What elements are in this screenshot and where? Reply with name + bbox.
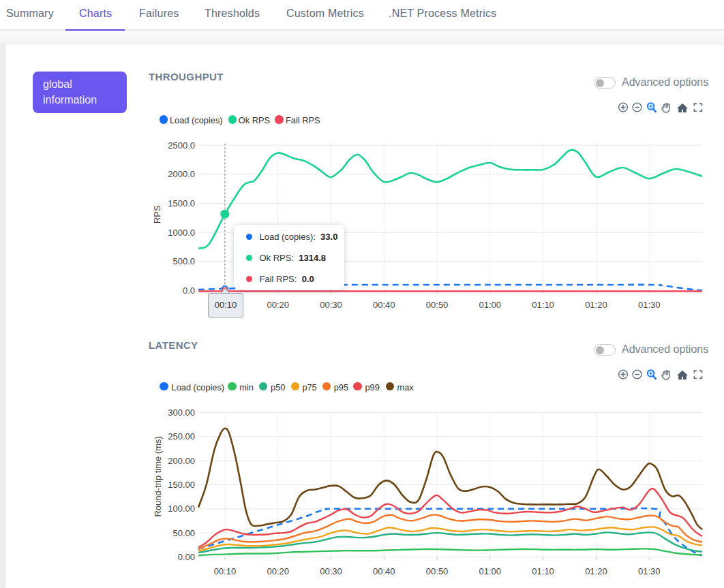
svg-text:RPS: RPS bbox=[152, 205, 162, 223]
svg-text:01:00: 01:00 bbox=[479, 566, 502, 576]
svg-text:1500.0: 1500.0 bbox=[168, 198, 195, 208]
svg-text:01:30: 01:30 bbox=[638, 566, 661, 576]
svg-text:01:10: 01:10 bbox=[532, 566, 554, 576]
svg-text:300.00: 300.00 bbox=[168, 407, 195, 418]
svg-text:00:50: 00:50 bbox=[426, 300, 449, 310]
svg-text:00:20: 00:20 bbox=[267, 300, 289, 310]
svg-text:Round-trip time (ms): Round-trip time (ms) bbox=[153, 436, 163, 516]
svg-text:200.00: 200.00 bbox=[168, 456, 195, 466]
svg-text:250.00: 250.00 bbox=[168, 431, 195, 442]
svg-text:01:20: 01:20 bbox=[585, 300, 607, 310]
svg-text:100.00: 100.00 bbox=[168, 504, 195, 514]
svg-text:01:00: 01:00 bbox=[479, 300, 502, 310]
svg-text:00:40: 00:40 bbox=[373, 300, 395, 310]
svg-text:00:50: 00:50 bbox=[426, 566, 449, 576]
svg-text:150.00: 150.00 bbox=[168, 480, 195, 490]
svg-text:00:10: 00:10 bbox=[214, 566, 237, 576]
svg-text:2000.0: 2000.0 bbox=[168, 169, 195, 179]
svg-text:01:30: 01:30 bbox=[638, 300, 661, 310]
svg-text:0.00: 0.00 bbox=[178, 552, 195, 562]
svg-text:00:30: 00:30 bbox=[320, 566, 342, 576]
svg-text:00:40: 00:40 bbox=[373, 566, 395, 576]
svg-text:00:30: 00:30 bbox=[320, 300, 342, 310]
svg-text:00:20: 00:20 bbox=[267, 566, 289, 576]
svg-text:500.0: 500.0 bbox=[172, 256, 195, 266]
svg-text:01:20: 01:20 bbox=[585, 566, 607, 576]
svg-text:0.0: 0.0 bbox=[183, 285, 195, 296]
svg-text:01:10: 01:10 bbox=[532, 300, 554, 310]
svg-text:1000.0: 1000.0 bbox=[168, 228, 195, 238]
svg-text:2500.0: 2500.0 bbox=[168, 140, 195, 151]
svg-text:50.00: 50.00 bbox=[172, 528, 195, 538]
